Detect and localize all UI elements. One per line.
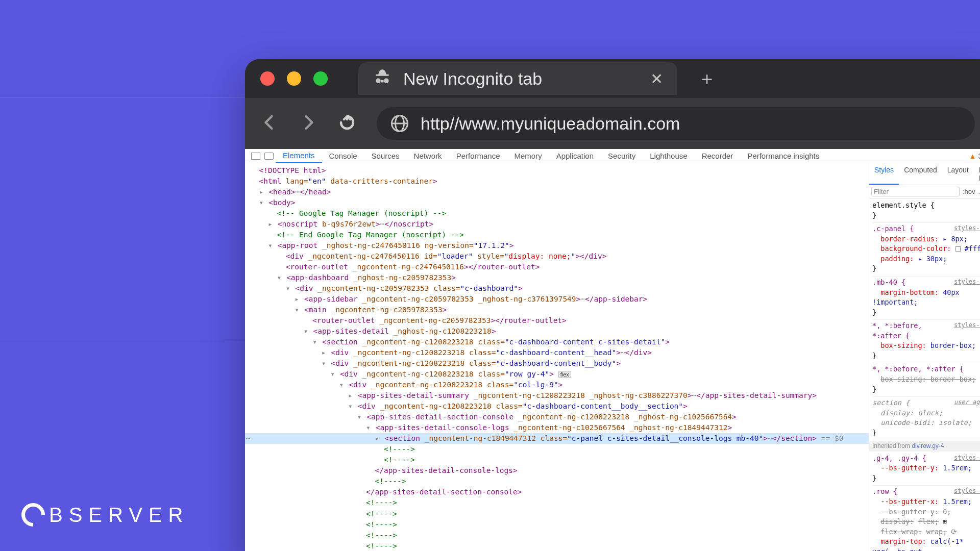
tab-performance[interactable]: Performance	[449, 149, 507, 163]
forward-button[interactable]	[299, 113, 317, 134]
styles-filter-input[interactable]: Filter	[871, 187, 960, 196]
incognito-icon	[373, 68, 392, 89]
warning-icon: ▲	[969, 152, 976, 160]
tab-lighthouse[interactable]: Lighthouse	[643, 149, 694, 163]
titlebar: New Incognito tab ✕ ＋	[245, 59, 980, 98]
selected-dom-node[interactable]: ⋯ ▸ <section _ngcontent-ng-c1849447312 c…	[245, 433, 869, 444]
maximize-button[interactable]	[313, 71, 328, 86]
tab-security[interactable]: Security	[601, 149, 643, 163]
tab-layout[interactable]: Layout	[942, 163, 974, 185]
minimize-button[interactable]	[287, 71, 301, 86]
flex-badge[interactable]: flex	[558, 371, 571, 378]
back-button[interactable]	[260, 113, 279, 134]
styles-pane: Styles Computed Layout Event L Filter :h…	[869, 163, 980, 551]
reload-button[interactable]	[338, 113, 356, 134]
devtools: Elements Console Sources Network Perform…	[245, 149, 980, 551]
dom-line[interactable]: <!DOCTYPE html>	[259, 166, 326, 174]
inspect-element-icon[interactable]	[251, 153, 260, 160]
tab-styles[interactable]: Styles	[869, 163, 899, 185]
tab-recorder[interactable]: Recorder	[695, 149, 741, 163]
dom-tree[interactable]: <!DOCTYPE html> <html lang="en" data-cri…	[245, 163, 869, 551]
warning-indicator[interactable]: ▲ 30	[969, 152, 980, 160]
css-rules[interactable]: element.style {} styles-K5.c-panel { bor…	[869, 198, 980, 551]
address-bar[interactable]: http//www.myuniqueadomain.com	[377, 107, 975, 140]
close-button[interactable]	[260, 71, 275, 86]
tab-console[interactable]: Console	[322, 149, 364, 163]
browser-window: New Incognito tab ✕ ＋ http//www.myunique…	[245, 59, 980, 551]
devtools-tabs: Elements Console Sources Network Perform…	[245, 149, 980, 163]
tab-sources[interactable]: Sources	[364, 149, 407, 163]
tab-perf-insights[interactable]: Performance insights	[740, 149, 826, 163]
tab-title: New Incognito tab	[403, 69, 542, 89]
tab-elements[interactable]: Elements	[276, 149, 322, 163]
observer-logo: BSERVER	[21, 503, 189, 527]
url-text: http//www.myuniqueadomain.com	[421, 114, 680, 134]
browser-toolbar: http//www.myuniqueadomain.com	[245, 98, 980, 149]
tab-memory[interactable]: Memory	[507, 149, 549, 163]
window-controls	[260, 71, 328, 86]
hov-toggle[interactable]: :hov	[963, 188, 975, 195]
device-toolbar-icon[interactable]	[264, 153, 274, 160]
logo-mark	[16, 498, 50, 531]
styles-tabs: Styles Computed Layout Event L	[869, 163, 980, 185]
new-tab-button[interactable]: ＋	[698, 66, 716, 91]
tab-application[interactable]: Application	[549, 149, 601, 163]
tab-event[interactable]: Event L	[974, 163, 980, 185]
globe-icon	[391, 115, 408, 132]
tab-computed[interactable]: Computed	[899, 163, 942, 185]
browser-tab[interactable]: New Incognito tab ✕	[358, 62, 677, 95]
tab-network[interactable]: Network	[407, 149, 449, 163]
cls-toggle[interactable]: .cls	[978, 188, 981, 195]
logo-text: BSERVER	[49, 504, 189, 527]
tab-close-icon[interactable]: ✕	[650, 70, 663, 88]
